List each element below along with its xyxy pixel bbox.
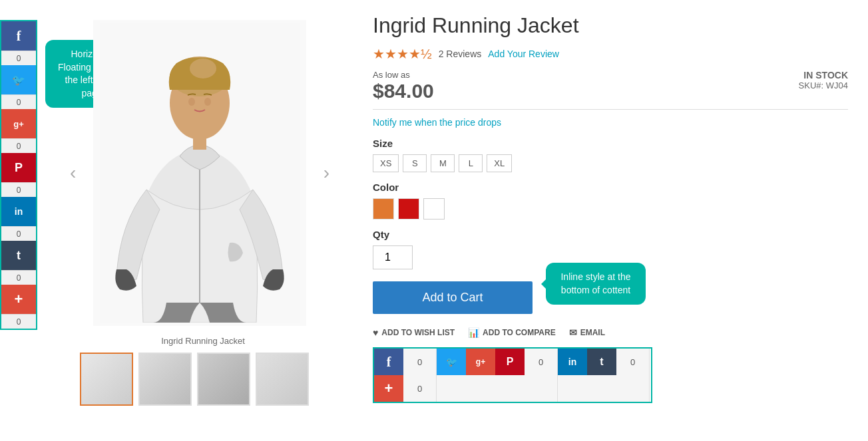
share-facebook-button[interactable]: f xyxy=(374,349,403,375)
more-count: 0 xyxy=(1,314,36,329)
action-row: ♥ ADD TO WISH LIST 📊 ADD TO COMPARE ✉ EM… xyxy=(373,327,848,338)
color-section: Color xyxy=(373,182,848,220)
product-photo xyxy=(93,20,306,326)
add-review-link[interactable]: Add Your Review xyxy=(488,49,559,59)
email-button[interactable]: ✉ EMAIL xyxy=(569,327,605,338)
thumbnail-3[interactable] xyxy=(197,353,250,406)
facebook-count: 0 xyxy=(1,51,36,65)
svg-point-5 xyxy=(190,59,216,78)
wishlist-label: ADD TO WISH LIST xyxy=(381,328,455,337)
compare-button[interactable]: 📊 ADD TO COMPARE xyxy=(468,327,556,338)
linkedin-count: 0 xyxy=(1,226,36,241)
star-rating: ★★★★½ xyxy=(373,46,432,62)
wishlist-button[interactable]: ♥ ADD TO WISH LIST xyxy=(373,327,455,338)
size-xl[interactable]: XL xyxy=(487,154,512,172)
share-linkedin-button[interactable]: in xyxy=(558,349,587,375)
googleplus-count: 0 xyxy=(1,138,36,153)
thumbnail-4[interactable] xyxy=(256,353,309,406)
twitter-button[interactable]: 🐦 xyxy=(1,65,36,94)
price-row: As low as $84.00 IN STOCK SKU#: WJ04 xyxy=(373,70,848,102)
share-litu-count: 0 xyxy=(616,349,650,375)
floating-sidebar: f 0 🐦 0 g+ 0 P 0 in 0 t 0 + 0 xyxy=(0,20,37,330)
size-l[interactable]: L xyxy=(459,154,483,172)
email-icon: ✉ xyxy=(569,327,577,338)
share-tu-col: t xyxy=(587,349,616,402)
pinterest-count: 0 xyxy=(1,182,36,197)
size-options: XS S M L XL xyxy=(373,154,848,172)
more-button[interactable]: + xyxy=(1,285,36,314)
tumblr-button[interactable]: t xyxy=(1,241,36,270)
svg-rect-8 xyxy=(193,133,206,150)
compare-icon: 📊 xyxy=(468,327,479,338)
notify-link[interactable]: Notify me when the price drops xyxy=(373,117,501,128)
product-title: Ingrid Running Jacket xyxy=(373,13,848,38)
reviews-count: 2 Reviews xyxy=(439,49,482,59)
color-options xyxy=(373,198,848,220)
share-fb-col: f + xyxy=(374,349,403,402)
qty-input[interactable] xyxy=(373,245,413,269)
color-swatch-red[interactable] xyxy=(398,198,419,220)
divider xyxy=(373,109,848,110)
sku: SKU#: WJ04 xyxy=(799,80,848,90)
linkedin-button[interactable]: in xyxy=(1,197,36,226)
size-m[interactable]: M xyxy=(431,154,455,172)
heart-icon: ♥ xyxy=(373,327,378,338)
image-caption: Ingrid Running Jacket xyxy=(60,336,346,346)
share-fb-count: 0 xyxy=(403,349,437,375)
size-section: Size XS S M L XL xyxy=(373,138,848,172)
sidebar-item-googleplus[interactable]: g+ 0 xyxy=(1,109,36,153)
carousel-next-button[interactable]: › xyxy=(317,156,336,190)
sidebar-item-more[interactable]: + 0 xyxy=(1,285,36,329)
thumbnails xyxy=(60,353,346,406)
tumblr-count: 0 xyxy=(1,270,36,285)
facebook-button[interactable]: f xyxy=(1,21,36,51)
share-pinterest-button[interactable]: P xyxy=(495,349,525,375)
share-pi-count: 0 xyxy=(525,349,558,375)
product-details: Ingrid Running Jacket ★★★★½ 2 Reviews Ad… xyxy=(359,0,868,441)
sidebar-item-linkedin[interactable]: in 0 xyxy=(1,197,36,241)
add-to-cart-button[interactable]: Add to Cart xyxy=(373,281,533,314)
sidebar-item-pinterest[interactable]: P 0 xyxy=(1,153,36,197)
share-pi-col: P xyxy=(495,349,525,402)
sidebar-item-facebook[interactable]: f 0 xyxy=(1,21,36,65)
color-swatch-white[interactable] xyxy=(423,198,445,220)
rating-row: ★★★★½ 2 Reviews Add Your Review xyxy=(373,46,848,62)
size-xs[interactable]: XS xyxy=(373,154,399,172)
share-tw-col: 🐦 xyxy=(437,349,466,402)
share-twitter-button[interactable]: 🐦 xyxy=(437,349,466,375)
thumbnail-1[interactable] xyxy=(80,353,133,406)
email-label: EMAIL xyxy=(580,328,605,337)
color-swatch-orange[interactable] xyxy=(373,198,394,220)
svg-point-6 xyxy=(188,98,195,106)
googleplus-button[interactable]: g+ xyxy=(1,109,36,138)
sidebar-item-twitter[interactable]: 🐦 0 xyxy=(1,65,36,109)
price-label: As low as xyxy=(373,70,434,80)
qty-label: Qty xyxy=(373,229,848,240)
share-fb-count-col: 0 0 xyxy=(403,349,437,402)
svg-point-7 xyxy=(204,98,211,106)
pinterest-button[interactable]: P xyxy=(1,153,36,182)
inline-share-bar: f + 0 0 🐦 g+ P xyxy=(373,347,652,403)
share-googleplus-button[interactable]: g+ xyxy=(466,349,495,375)
share-litu-count-col: 0 xyxy=(616,349,650,402)
product-main-image: ‹ xyxy=(60,13,339,333)
in-stock-badge: IN STOCK xyxy=(799,70,848,80)
carousel-prev-button[interactable]: ‹ xyxy=(63,156,83,190)
share-li-col: in xyxy=(558,349,587,402)
share-more-count: 0 xyxy=(403,375,437,402)
inline-tooltip: Inline style at the bottom of cottent xyxy=(546,263,646,305)
product-price: $84.00 xyxy=(373,80,434,102)
twitter-count: 0 xyxy=(1,94,36,109)
share-more-button[interactable]: + xyxy=(374,375,403,402)
thumbnail-2[interactable] xyxy=(138,353,192,406)
sidebar-item-tumblr[interactable]: t 0 xyxy=(1,241,36,285)
share-tumblr-button[interactable]: t xyxy=(587,349,616,375)
size-s[interactable]: S xyxy=(403,154,427,172)
color-label: Color xyxy=(373,182,848,193)
product-image-section: ‹ xyxy=(40,0,359,441)
compare-label: ADD TO COMPARE xyxy=(483,328,556,337)
add-to-cart-wrapper: Add to Cart Inline style at the bottom o… xyxy=(373,269,533,314)
share-gp-col: g+ xyxy=(466,349,495,402)
size-label: Size xyxy=(373,138,848,149)
share-pi-count-col: 0 xyxy=(525,349,558,402)
